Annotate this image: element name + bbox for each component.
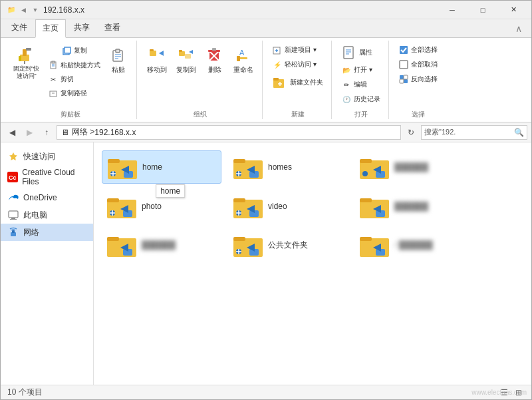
up-button[interactable]: ↑ bbox=[39, 125, 54, 140]
svg-rect-49 bbox=[400, 79, 404, 83]
maximize-button[interactable]: □ bbox=[467, 1, 498, 19]
deselect-all-button[interactable]: 全部取消 bbox=[396, 58, 440, 71]
close-button[interactable]: ✕ bbox=[498, 1, 529, 19]
delete-label: 删除 bbox=[208, 65, 221, 75]
open-group-label: 打开 bbox=[354, 108, 368, 119]
svg-rect-96 bbox=[107, 237, 119, 241]
tab-home[interactable]: 主页 bbox=[35, 19, 66, 38]
copy-to-button[interactable]: 复制到 bbox=[173, 43, 200, 77]
new-item-label: 新建项目 ▾ bbox=[285, 45, 317, 55]
list-item[interactable]: 公共文件夹 bbox=[228, 229, 348, 261]
list-item[interactable]: home home bbox=[102, 150, 221, 184]
folder-name: photo bbox=[142, 202, 162, 211]
ribbon-group-open: 属性 📂 打开 ▾ ✏ 编辑 🕐 历史记录 打开 bbox=[333, 41, 389, 119]
svg-rect-22 bbox=[179, 50, 182, 52]
paste-button[interactable]: 粘贴 bbox=[106, 43, 131, 77]
tab-file[interactable]: 文件 bbox=[5, 19, 34, 37]
paste-label: 粘贴 bbox=[112, 65, 125, 75]
tb-btn1[interactable]: ◀ bbox=[18, 5, 29, 15]
quick-access-icon[interactable]: 📁 bbox=[6, 5, 17, 15]
new-folder-icon bbox=[272, 75, 288, 91]
address-bar: ◀ ▶ ↑ 🖥 网络 > 192.168.x.x ↻ 🔍 bbox=[1, 122, 531, 142]
sidebar-item-quickaccess[interactable]: 快速访问 bbox=[1, 148, 93, 165]
invert-select-label: 反向选择 bbox=[411, 75, 438, 84]
new-item-button[interactable]: 新建项目 ▾ bbox=[269, 43, 319, 57]
main-layout: 快速访问 Cc Creative Cloud Files OneDrive 此电… bbox=[1, 142, 531, 385]
open-label: 打开 ▾ bbox=[354, 65, 372, 75]
copy-path-button[interactable]: 复制路径 bbox=[45, 87, 103, 100]
svg-rect-31 bbox=[237, 56, 240, 61]
list-item[interactable]: video bbox=[228, 190, 348, 222]
list-item[interactable]: ██████ bbox=[354, 150, 474, 184]
svg-rect-54 bbox=[11, 218, 15, 219]
clipboard-buttons: 固定到"快速访问" 复制 粘贴快捷方式 bbox=[10, 41, 131, 108]
path-ip: 192.168.x.x bbox=[94, 128, 136, 137]
list-item[interactable]: ██████ bbox=[354, 190, 474, 222]
new-buttons: 新建项目 ▾ ⚡ 轻松访问 ▾ 新建文件夹 bbox=[269, 41, 326, 108]
search-input[interactable] bbox=[424, 128, 513, 136]
properties-icon bbox=[341, 45, 357, 61]
back-button[interactable]: ◀ bbox=[5, 125, 19, 140]
minimize-button[interactable]: ─ bbox=[437, 1, 467, 19]
folder-name: ██████ bbox=[142, 240, 176, 250]
new-folder-button[interactable]: 新建文件夹 bbox=[269, 73, 326, 93]
forward-button[interactable]: ▶ bbox=[22, 125, 37, 140]
svg-rect-1 bbox=[23, 49, 27, 56]
svg-rect-92 bbox=[360, 198, 372, 202]
select-all-button[interactable]: 全部选择 bbox=[396, 43, 440, 57]
svg-rect-107 bbox=[360, 237, 372, 241]
tab-view[interactable]: 查看 bbox=[98, 19, 127, 37]
edit-button[interactable]: ✏ 编辑 bbox=[338, 78, 370, 91]
invert-select-icon bbox=[398, 74, 409, 85]
copy-to-label: 复制到 bbox=[176, 65, 196, 75]
svg-rect-21 bbox=[179, 51, 185, 56]
list-item[interactable]: homes bbox=[228, 150, 348, 184]
sidebar-item-cc[interactable]: Cc Creative Cloud Files bbox=[1, 165, 93, 189]
folder-icon-homes bbox=[232, 154, 264, 180]
deselect-all-icon bbox=[398, 59, 409, 70]
sidebar-item-onedrive[interactable]: OneDrive bbox=[1, 189, 93, 206]
tb-btn2[interactable]: ▼ bbox=[30, 5, 41, 15]
folder-icon-photo bbox=[106, 193, 138, 220]
paste-shortcut-button[interactable]: 粘贴快捷方式 bbox=[45, 59, 103, 72]
search-box[interactable]: 🔍 bbox=[421, 125, 527, 140]
organize-group-label: 组织 bbox=[194, 108, 207, 119]
rename-button[interactable]: A 重命名 bbox=[230, 43, 257, 77]
svg-marker-50 bbox=[9, 152, 17, 160]
svg-rect-29 bbox=[212, 48, 216, 51]
quickaccess-label: 快速访问 bbox=[23, 151, 55, 162]
pin-quick-access-button[interactable]: 固定到"快速访问" bbox=[10, 43, 43, 82]
sidebar-item-network[interactable]: 网络 bbox=[1, 224, 93, 241]
explorer-window: 📁 ◀ ▼ 192.168.x.x ─ □ ✕ 文件 主页 共享 查看 ∧ bbox=[0, 0, 532, 400]
cut-button[interactable]: ✂ 剪切 bbox=[45, 73, 103, 86]
select-group-label: 选择 bbox=[412, 108, 425, 119]
properties-button[interactable]: 属性 bbox=[338, 43, 375, 62]
sidebar-item-thispc[interactable]: 此电脑 bbox=[1, 206, 93, 224]
copy-button[interactable]: 复制 bbox=[45, 43, 103, 58]
folder-icon-home bbox=[106, 154, 138, 180]
easy-access-button[interactable]: ⚡ 轻松访问 ▾ bbox=[269, 58, 319, 71]
folder-icon-video bbox=[232, 193, 264, 220]
ribbon-group-organize: 移动到 复制到 删除 A bbox=[138, 41, 263, 119]
move-to-button[interactable]: 移动到 bbox=[144, 43, 170, 77]
address-path[interactable]: 🖥 网络 > 192.168.x.x bbox=[57, 125, 401, 140]
list-item[interactable]: / ██████ bbox=[354, 229, 474, 261]
svg-rect-100 bbox=[233, 237, 245, 241]
svg-rect-55 bbox=[10, 219, 17, 220]
delete-button[interactable]: 删除 bbox=[202, 43, 227, 77]
folder-icon-public bbox=[232, 232, 264, 258]
invert-select-button[interactable]: 反向选择 bbox=[396, 73, 440, 86]
tab-share[interactable]: 共享 bbox=[67, 19, 96, 37]
paste-shortcut-icon bbox=[48, 60, 59, 71]
history-button[interactable]: 🕐 历史记录 bbox=[338, 93, 383, 106]
network-icon bbox=[7, 226, 19, 238]
open-button[interactable]: 📂 打开 ▾ bbox=[338, 63, 375, 77]
svg-rect-85 bbox=[233, 198, 245, 202]
list-item[interactable]: ██████ bbox=[102, 229, 221, 261]
ribbon-toggle[interactable]: ∧ bbox=[510, 23, 527, 34]
svg-rect-6 bbox=[65, 47, 70, 53]
refresh-button[interactable]: ↻ bbox=[404, 125, 418, 140]
folder-name: homes bbox=[268, 162, 292, 172]
computer-icon bbox=[7, 209, 19, 221]
delete-icon bbox=[205, 45, 224, 64]
